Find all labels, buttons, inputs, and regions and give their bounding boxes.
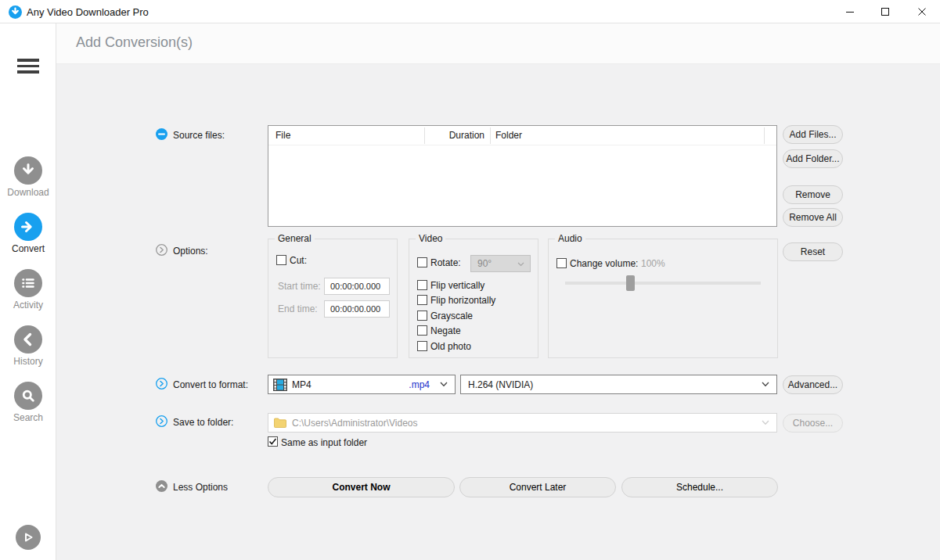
rotate-select[interactable]: 90°	[470, 255, 531, 272]
page-title: Add Conversion(s)	[76, 34, 193, 51]
convert-later-button[interactable]: Convert Later	[459, 477, 616, 497]
negate-checkbox[interactable]	[417, 325, 427, 336]
reset-button[interactable]: Reset	[783, 242, 843, 261]
less-options-icon[interactable]	[156, 480, 167, 492]
player-button[interactable]	[16, 525, 41, 550]
advanced-button[interactable]: Advanced...	[783, 375, 843, 394]
column-header-duration[interactable]: Duration	[425, 126, 484, 145]
close-button[interactable]	[904, 0, 939, 23]
sidebar-item-download[interactable]: Download	[0, 156, 56, 198]
convert-now-button[interactable]: Convert Now	[268, 477, 455, 497]
sidebar-item-search[interactable]: Search	[0, 382, 56, 423]
format-extension: .mp4	[409, 379, 430, 390]
video-legend: Video	[416, 233, 445, 244]
flip-vertically-checkbox[interactable]	[417, 280, 427, 290]
search-icon	[14, 382, 42, 410]
audio-groupbox: Audio Change volume: 100%	[548, 239, 778, 358]
video-groupbox: Video Rotate: 90° Flip vertically Flip h…	[409, 239, 538, 358]
same-as-input-label[interactable]: Same as input folder	[281, 437, 367, 448]
start-time-input[interactable]: 00:00:00.000	[324, 278, 390, 295]
source-files-table[interactable]: File Duration Folder	[268, 125, 777, 227]
less-options-label[interactable]: Less Options	[173, 482, 228, 493]
negate-label[interactable]: Negate	[430, 325, 461, 336]
maximize-button[interactable]	[867, 0, 902, 23]
sidebar-label-search: Search	[0, 412, 56, 423]
end-time-input[interactable]: 00:00:00.000	[324, 300, 390, 318]
volume-slider-handle[interactable]	[626, 275, 635, 291]
flip-horizontally-label[interactable]: Flip horizontally	[430, 295, 495, 306]
collapse-section-icon[interactable]	[156, 128, 167, 140]
save-folder-label: Save to folder:	[173, 417, 233, 428]
flip-horizontally-checkbox[interactable]	[417, 295, 427, 305]
codec-value: H.264 (NVIDIA)	[468, 379, 533, 390]
window-title: Any Video Downloader Pro	[27, 6, 149, 18]
sidebar-label-download: Download	[0, 187, 56, 198]
format-value: MP4	[292, 379, 312, 390]
audio-legend: Audio	[555, 233, 585, 244]
format-select[interactable]: MP4 .mp4	[268, 375, 456, 394]
close-icon	[917, 7, 927, 16]
convert-format-label: Convert to format:	[173, 379, 248, 390]
choose-folder-button[interactable]: Choose...	[783, 414, 843, 433]
codec-select[interactable]: H.264 (NVIDIA)	[460, 375, 777, 394]
chevron-down-icon	[762, 382, 769, 387]
add-folder-button[interactable]: Add Folder...	[783, 149, 843, 168]
column-separator[interactable]	[764, 127, 765, 144]
column-separator[interactable]	[424, 127, 425, 144]
convert-icon	[14, 213, 42, 241]
rotate-label[interactable]: Rotate:	[430, 257, 461, 268]
flip-vertically-label[interactable]: Flip vertically	[430, 280, 484, 291]
cut-checkbox[interactable]	[276, 255, 286, 265]
general-legend: General	[275, 233, 315, 244]
sidebar: Download Convert Activity History	[0, 23, 56, 560]
chevron-down-icon	[517, 262, 524, 267]
options-section-icon[interactable]	[156, 244, 167, 256]
general-groupbox: General Cut: Start time: 00:00:00.000 En…	[268, 239, 398, 358]
activity-icon	[14, 269, 42, 297]
end-time-label: End time:	[278, 303, 318, 314]
save-folder-section-icon[interactable]	[156, 415, 167, 427]
menu-toggle-button[interactable]	[17, 59, 39, 74]
app-logo-icon	[9, 5, 22, 19]
video-format-icon	[273, 379, 287, 391]
minimize-button[interactable]	[832, 0, 867, 23]
sidebar-item-history[interactable]: History	[0, 325, 56, 367]
volume-slider-track[interactable]	[565, 282, 761, 285]
play-icon	[21, 530, 35, 544]
cut-label[interactable]: Cut:	[290, 255, 307, 266]
convert-format-section-icon[interactable]	[156, 378, 167, 389]
add-files-button[interactable]: Add Files...	[783, 125, 843, 144]
check-icon	[268, 437, 277, 446]
maximize-icon	[881, 7, 890, 16]
schedule-button[interactable]: Schedule...	[621, 477, 778, 497]
column-separator[interactable]	[490, 127, 491, 144]
rotate-value: 90°	[477, 258, 492, 269]
rotate-checkbox[interactable]	[417, 257, 427, 267]
sidebar-label-convert: Convert	[0, 243, 56, 254]
change-volume-label[interactable]: Change volume:	[570, 258, 638, 269]
old-photo-label[interactable]: Old photo	[430, 341, 471, 352]
column-header-folder[interactable]: Folder	[495, 126, 522, 145]
change-volume-checkbox[interactable]	[556, 258, 567, 268]
old-photo-checkbox[interactable]	[417, 341, 427, 351]
grayscale-label[interactable]: Grayscale	[430, 311, 473, 321]
sidebar-item-convert[interactable]: Convert	[0, 213, 56, 254]
page-header: Add Conversion(s)	[56, 23, 940, 64]
save-folder-path: C:\Users\Administrator\Videos	[292, 418, 418, 429]
history-icon	[14, 325, 42, 354]
same-as-input-checkbox[interactable]	[268, 436, 278, 447]
column-header-file[interactable]: File	[276, 126, 290, 145]
minimize-icon	[845, 7, 855, 16]
sidebar-item-activity[interactable]: Activity	[0, 269, 56, 311]
chevron-down-icon	[762, 420, 769, 425]
table-header-underline	[268, 145, 776, 145]
sidebar-label-activity: Activity	[0, 300, 56, 311]
title-bar: Any Video Downloader Pro	[0, 0, 940, 23]
remove-all-button[interactable]: Remove All	[783, 208, 843, 227]
remove-button[interactable]: Remove	[783, 185, 843, 204]
grayscale-checkbox[interactable]	[417, 311, 427, 321]
volume-value: 100%	[641, 258, 665, 269]
options-label: Options:	[173, 246, 208, 257]
chevron-down-icon	[440, 382, 448, 387]
save-folder-select[interactable]: C:\Users\Administrator\Videos	[268, 413, 777, 433]
